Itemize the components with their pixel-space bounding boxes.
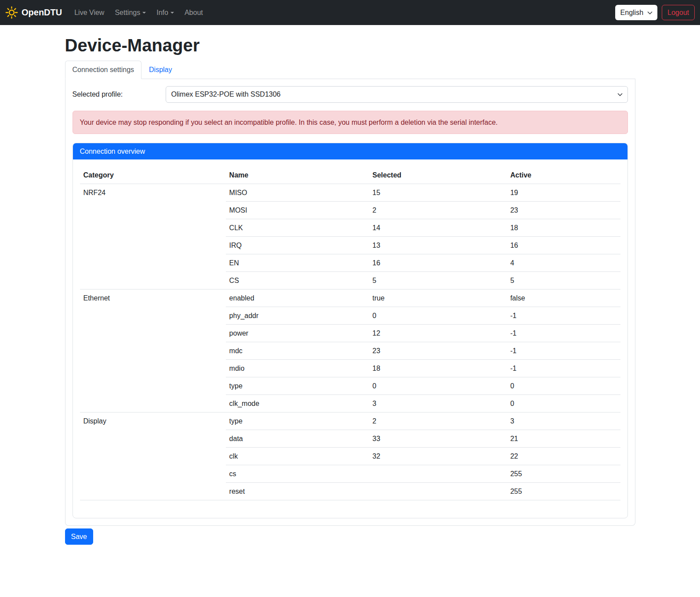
nav-item-live-view[interactable]: Live View [71,5,108,20]
nav-item-about[interactable]: About [181,5,207,20]
table-row: Ethernetenabledtruefalse [80,289,620,307]
chevron-down-icon [617,93,623,97]
selected-cell: 2 [369,202,507,219]
brand-label: OpenDTU [22,7,62,18]
name-cell: CS [226,272,369,289]
nav-item-settings[interactable]: Settings [111,5,149,20]
main-content: Device-Manager Connection settings Displ… [65,25,635,545]
active-cell: 0 [507,377,620,395]
selected-cell: 12 [369,325,507,342]
tab-bar: Connection settings Display [65,61,635,79]
col-header-name: Name [226,166,369,184]
logout-button[interactable]: Logout [662,5,695,20]
profile-select-value: Olimex ESP32-POE with SSD1306 [171,90,281,98]
connection-overview-card: Connection overview Category Name Select… [73,143,628,518]
selected-cell: 23 [369,342,507,360]
selected-cell: 18 [369,360,507,377]
name-cell: phy_addr [226,307,369,325]
selected-cell: 15 [369,184,507,202]
caret-down-icon [142,12,146,14]
active-cell: 16 [507,237,620,254]
table-row: Displaytype23 [80,412,620,430]
selected-cell [369,483,507,500]
overview-title: Connection overview [80,148,145,155]
col-header-selected: Selected [369,166,507,184]
active-cell: 5 [507,272,620,289]
active-cell: 0 [507,395,620,412]
brand-link[interactable]: OpenDTU [5,4,62,21]
profile-select[interactable]: Olimex ESP32-POE with SSD1306 [166,86,628,103]
profile-row: Selected profile: Olimex ESP32-POE with … [73,86,628,103]
selected-cell [369,465,507,483]
selected-cell: 2 [369,412,507,430]
overview-table: Category Name Selected Active NRF24MISO1… [80,166,620,500]
active-cell: 4 [507,254,620,272]
name-cell: power [226,325,369,342]
tab-content: Selected profile: Olimex ESP32-POE with … [65,79,635,526]
category-cell: Display [80,412,226,500]
active-cell: false [507,289,620,307]
caret-down-icon [170,12,174,14]
selected-cell: 16 [369,254,507,272]
card-body: Category Name Selected Active NRF24MISO1… [73,159,627,518]
col-header-active: Active [507,166,620,184]
selected-cell: 32 [369,448,507,465]
name-cell: reset [226,483,369,500]
page-title: Device-Manager [65,35,635,56]
selected-cell: true [369,289,507,307]
overview-table-body: NRF24MISO1519MOSI223CLK1418IRQ1316EN164C… [80,184,620,500]
name-cell: mdc [226,342,369,360]
active-cell: 18 [507,219,620,237]
active-cell: -1 [507,342,620,360]
name-cell: type [226,377,369,395]
name-cell: clk_mode [226,395,369,412]
table-row: NRF24MISO1519 [80,184,620,202]
selected-cell: 5 [369,272,507,289]
card-header: Connection overview [73,143,627,159]
navbar: OpenDTU Live View Settings Info About En… [0,0,700,25]
selected-cell: 0 [369,307,507,325]
tab-connection-settings[interactable]: Connection settings [65,61,142,79]
col-header-category: Category [80,166,226,184]
name-cell: clk [226,448,369,465]
category-cell: NRF24 [80,184,226,289]
name-cell: data [226,430,369,448]
active-cell: 22 [507,448,620,465]
active-cell: 255 [507,483,620,500]
tab-display[interactable]: Display [141,61,179,79]
name-cell: enabled [226,289,369,307]
profile-label: Selected profile: [73,89,166,100]
language-select[interactable]: English [615,5,657,20]
table-header-row: Category Name Selected Active [80,166,620,184]
save-button[interactable]: Save [65,528,93,545]
selected-cell: 0 [369,377,507,395]
name-cell: mdio [226,360,369,377]
nav-item-info[interactable]: Info [153,5,178,20]
selected-cell: 3 [369,395,507,412]
active-cell: 19 [507,184,620,202]
category-cell: Ethernet [80,289,226,412]
active-cell: -1 [507,307,620,325]
active-cell: 21 [507,430,620,448]
name-cell: CLK [226,219,369,237]
selected-cell: 33 [369,430,507,448]
selected-cell: 13 [369,237,507,254]
selected-cell: 14 [369,219,507,237]
active-cell: 3 [507,412,620,430]
name-cell: cs [226,465,369,483]
name-cell: MOSI [226,202,369,219]
name-cell: type [226,412,369,430]
language-select-value: English [620,9,643,16]
chevron-down-icon [647,11,653,15]
profile-warning-alert: Your device may stop responding if you s… [73,111,628,134]
name-cell: IRQ [226,237,369,254]
name-cell: EN [226,254,369,272]
sun-icon [5,6,18,19]
active-cell: 23 [507,202,620,219]
active-cell: -1 [507,360,620,377]
active-cell: 255 [507,465,620,483]
active-cell: -1 [507,325,620,342]
name-cell: MISO [226,184,369,202]
